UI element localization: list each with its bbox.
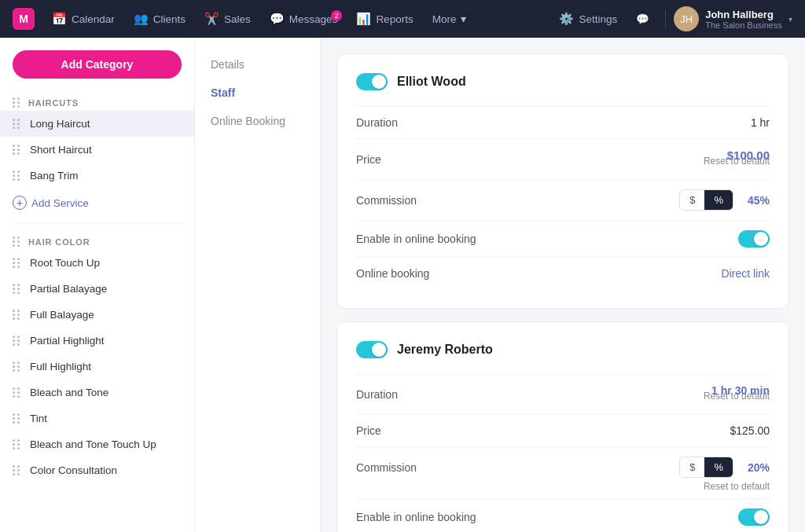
plus-icon: + (13, 196, 27, 210)
staff-header-elliot: Elliot Wood (356, 73, 770, 90)
enable-online-label: Enable in online booking (356, 233, 738, 245)
tab-details[interactable]: Details (195, 50, 320, 79)
reports-icon: 📊 (356, 12, 371, 26)
drag-icon (13, 145, 20, 155)
commission-row-elliot: Commission $ % 45% (356, 179, 770, 220)
nav-reports[interactable]: 📊 Reports (348, 7, 421, 31)
drag-icon (13, 171, 20, 181)
duration-value-elliot: 1 hr (751, 116, 770, 129)
nav-calendar-label: Calendar (72, 13, 115, 25)
commission-dollar-btn-jeremy[interactable]: $ (680, 457, 704, 477)
nav-settings-label: Settings (579, 13, 617, 25)
commission-type-group-jeremy: $ % (679, 457, 733, 478)
enable-online-row-elliot: Enable in online booking (356, 220, 770, 257)
price-value-jeremy: $125.00 (730, 424, 770, 437)
commission-label-j: Commission (356, 461, 679, 474)
sidebar: Add Category HAIRCUTS Long Haircut Short… (0, 38, 195, 532)
sidebar-item-long-haircut[interactable]: Long Haircut (0, 111, 194, 137)
chat-icon: 💬 (636, 13, 649, 25)
user-info: John Hallberg The Salon Business (705, 9, 782, 30)
user-chevron-icon: ▾ (788, 15, 792, 24)
settings-icon: ⚙️ (559, 12, 574, 26)
nav-messages-label: Messages (289, 13, 338, 25)
price-row-jeremy: Price $125.00 (356, 414, 770, 446)
tab-staff[interactable]: Staff (195, 79, 320, 107)
drag-icon (13, 387, 20, 398)
section-hair-color: HAIR COLOR (0, 230, 194, 250)
nav-sales-label: Sales (224, 13, 251, 25)
commission-percent-btn-elliot[interactable]: % (704, 190, 733, 210)
staff-card-jeremy: Jeremy Roberto Duration 1 hr 30 min Rese… (336, 321, 789, 532)
sidebar-item-partial-balayage[interactable]: Partial Balayage (0, 276, 194, 302)
tab-online-booking[interactable]: Online Booking (195, 107, 320, 135)
messages-icon: 💬 (270, 12, 285, 26)
nav-sales[interactable]: ✂️ Sales (197, 7, 259, 31)
reset-duration-jeremy[interactable]: Reset to default (704, 391, 770, 405)
commission-percent-btn-jeremy[interactable]: % (704, 457, 733, 477)
nav-calendar[interactable]: 📅 Calendar (44, 7, 123, 31)
commission-section-jeremy: Commission $ % 20% Reset to default (356, 446, 770, 498)
duration-label: Duration (356, 116, 751, 129)
toggle-online-jeremy[interactable] (738, 508, 770, 526)
nav-user[interactable]: JH John Hallberg The Salon Business ▾ (674, 6, 792, 31)
sidebar-item-full-highlight[interactable]: Full Highlight (0, 354, 194, 380)
add-service-haircuts-button[interactable]: + Add Service (0, 189, 194, 217)
sidebar-item-bang-trim[interactable]: Bang Trim (0, 163, 194, 189)
top-nav: M 📅 Calendar 👥 Clients ✂️ Sales 💬 Messag… (0, 0, 805, 38)
drag-icon (13, 119, 20, 129)
drag-icon (13, 336, 20, 346)
nav-clients-label: Clients (153, 13, 186, 25)
staff-content: Elliot Wood Duration 1 hr Price $100.00 … (321, 38, 805, 532)
toggle-elliot[interactable] (356, 73, 388, 90)
commission-value-jeremy: 20% (741, 461, 770, 474)
nav-more[interactable]: More ▾ (425, 8, 475, 30)
reset-commission-jeremy[interactable]: Reset to default (356, 481, 770, 498)
sidebar-item-bleach-tone-touch-up[interactable]: Bleach and Tone Touch Up (0, 431, 194, 457)
online-booking-link-elliot[interactable]: Direct link (722, 267, 770, 280)
commission-type-group-elliot: $ % (679, 189, 733, 211)
toggle-jeremy[interactable] (356, 341, 388, 358)
enable-online-label-j: Enable in online booking (356, 511, 738, 523)
clients-icon: 👥 (134, 12, 149, 26)
layout: Add Category HAIRCUTS Long Haircut Short… (0, 38, 805, 532)
duration-row-jeremy: Duration 1 hr 30 min Reset to default (356, 374, 770, 414)
drag-icon (13, 258, 20, 268)
sidebar-item-partial-highlight[interactable]: Partial Highlight (0, 328, 194, 354)
sidebar-separator (13, 223, 182, 224)
section-haircuts: HAIRCUTS (0, 91, 194, 111)
staff-name-jeremy: Jeremy Roberto (397, 343, 493, 357)
drag-icon (13, 439, 20, 449)
nav-chat[interactable]: 💬 (628, 8, 657, 30)
duration-row-elliot: Duration 1 hr (356, 106, 770, 138)
sidebar-item-bleach-tone[interactable]: Bleach and Tone (0, 380, 194, 405)
staff-card-elliot: Elliot Wood Duration 1 hr Price $100.00 … (336, 53, 789, 309)
enable-online-row-jeremy: Enable in online booking (356, 498, 770, 532)
sidebar-item-root-touch-up[interactable]: Root Touch Up (0, 250, 194, 276)
commission-label: Commission (356, 194, 679, 207)
chevron-down-icon: ▾ (461, 13, 466, 25)
price-label-j: Price (356, 424, 730, 437)
staff-header-jeremy: Jeremy Roberto (356, 341, 770, 358)
drag-icon (13, 465, 20, 475)
sidebar-item-color-consultation[interactable]: Color Consultation (0, 457, 194, 483)
sidebar-item-tint[interactable]: Tint (0, 405, 194, 431)
commission-dollar-btn-elliot[interactable]: $ (680, 190, 704, 210)
add-category-button[interactable]: Add Category (13, 50, 182, 79)
price-label: Price (356, 153, 704, 166)
drag-icon-hair-color (13, 237, 20, 247)
online-booking-label: Online booking (356, 267, 722, 280)
user-name: John Hallberg (705, 9, 782, 20)
nav-divider (665, 9, 666, 28)
main-area: Details Staff Online Booking Elliot Wood… (195, 38, 805, 532)
app-logo[interactable]: M (13, 8, 35, 30)
drag-icon-haircuts (13, 97, 20, 108)
messages-badge: 2 (331, 10, 342, 21)
reset-price-elliot[interactable]: Reset to default (704, 156, 770, 170)
sidebar-item-full-balayage[interactable]: Full Balayage (0, 302, 194, 328)
nav-settings[interactable]: ⚙️ Settings (551, 7, 625, 31)
nav-messages[interactable]: 💬 Messages 2 (262, 7, 346, 31)
drag-icon (13, 284, 20, 294)
toggle-online-elliot[interactable] (738, 230, 770, 248)
sidebar-item-short-haircut[interactable]: Short Haircut (0, 137, 194, 163)
nav-clients[interactable]: 👥 Clients (126, 7, 193, 31)
